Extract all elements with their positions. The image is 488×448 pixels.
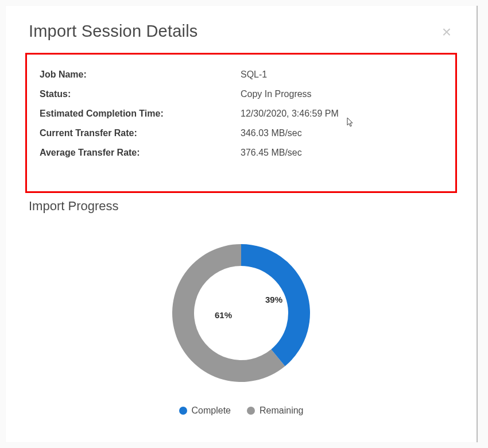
status-value: Copy In Progress — [241, 89, 312, 99]
job-name-label: Job Name: — [40, 69, 241, 80]
average-rate-value: 376.45 MB/sec — [241, 148, 302, 158]
detail-row-average-rate: Average Transfer Rate: 376.45 MB/sec — [40, 143, 443, 163]
panel-header: Import Session Details × — [6, 6, 477, 48]
chart-legend: Complete Remaining — [6, 405, 477, 416]
legend-dot-remaining-icon — [247, 407, 255, 415]
donut-pct-complete: 39% — [265, 295, 282, 304]
donut-chart-wrapper: 39% 61% — [6, 235, 477, 391]
details-box: Job Name: SQL-1 Status: Copy In Progress… — [25, 53, 457, 193]
detail-row-job-name: Job Name: SQL-1 — [40, 65, 443, 84]
legend-item-complete: Complete — [179, 405, 231, 416]
donut-pct-remaining: 61% — [215, 310, 232, 320]
donut-arc-complete — [241, 244, 310, 366]
legend-item-remaining: Remaining — [247, 405, 303, 416]
donut-chart: 39% 61% — [164, 235, 319, 391]
current-rate-value: 346.03 MB/sec — [241, 128, 302, 138]
legend-complete-label: Complete — [192, 405, 231, 416]
cursor-icon — [347, 117, 355, 129]
eta-value: 12/30/2020, 3:46:59 PM — [241, 109, 339, 119]
close-icon[interactable]: × — [440, 22, 454, 43]
page-title: Import Session Details — [29, 22, 198, 41]
job-name-value: SQL-1 — [241, 69, 267, 80]
current-rate-label: Current Transfer Rate: — [40, 128, 241, 138]
detail-row-status: Status: Copy In Progress — [40, 84, 443, 104]
import-progress-title: Import Progress — [29, 199, 454, 214]
detail-row-current-rate: Current Transfer Rate: 346.03 MB/sec — [40, 123, 443, 143]
eta-label: Estimated Completion Time: — [40, 109, 241, 119]
import-session-panel: Import Session Details × Job Name: SQL-1… — [6, 6, 478, 442]
legend-dot-complete-icon — [179, 407, 187, 415]
legend-remaining-label: Remaining — [260, 405, 303, 416]
donut-svg — [164, 235, 319, 391]
average-rate-label: Average Transfer Rate: — [40, 148, 241, 158]
eta-text: 12/30/2020, 3:46:59 PM — [241, 109, 339, 118]
status-label: Status: — [40, 89, 241, 99]
detail-row-eta: Estimated Completion Time: 12/30/2020, 3… — [40, 104, 443, 123]
